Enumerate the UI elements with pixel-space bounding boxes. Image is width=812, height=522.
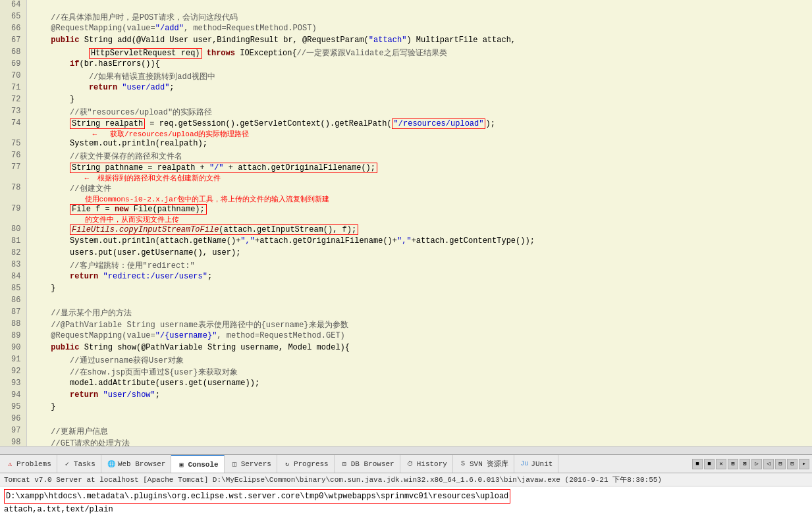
table-row: 75 System.out.println(realpath);	[0, 139, 812, 151]
table-row: 72 }	[0, 95, 812, 107]
table-row: 95 }	[0, 402, 812, 414]
line-code: users.put(user.getUsername(), user);	[26, 248, 812, 260]
line-number: 68	[0, 47, 26, 59]
line-code: @RequestMapping(value="/{username}", met…	[26, 331, 812, 343]
line-number: 94	[0, 390, 26, 402]
line-code: String pathname = realpath + "/" + attac…	[26, 163, 812, 183]
table-row: 69 if(br.hasErrors()){	[0, 59, 812, 71]
action-btn8[interactable]: ▸	[799, 459, 809, 469]
line-code: //在show.jsp页面中通过${user}来获取对象	[26, 367, 812, 378]
line-code: model.addAttribute(users.get(username));	[26, 378, 812, 390]
line-code	[26, 0, 812, 12]
table-row: 71 return "user/add";	[0, 83, 812, 95]
code-table: 64 65 //在具体添加用户时，是POST请求，会访问这段代码 66 @Req…	[0, 0, 812, 446]
line-number: 86	[0, 296, 26, 307]
table-row: 73 //获"resources/upload"的实际路径	[0, 107, 812, 118]
tab-tasks[interactable]: ✓ Tasks	[57, 455, 101, 473]
line-number: 72	[0, 95, 26, 107]
tab-webbrowser[interactable]: 🌐 Web Browser	[101, 455, 172, 473]
tab-servers[interactable]: ◫ Servers	[225, 455, 277, 473]
status-text: Tomcat v7.0 Server at localhost [Apache …	[4, 476, 662, 484]
tab-progress-label: Progress	[294, 460, 329, 468]
code-editor[interactable]: 64 65 //在具体添加用户时，是POST请求，会访问这段代码 66 @Req…	[0, 0, 812, 454]
table-row: 82 users.put(user.getUsername(), user);	[0, 248, 812, 260]
table-row: 90 public String show(@PathVariable Stri…	[0, 343, 812, 355]
table-row: 79 File f = new File(pathname); 的文件中，从而实…	[0, 204, 812, 224]
table-row: 74 String realpath = req.getSession().ge…	[0, 118, 812, 139]
line-number: 93	[0, 378, 26, 390]
line-number: 65	[0, 12, 26, 24]
action-btn1[interactable]: ✕	[716, 459, 726, 469]
table-row: 87 //显示某个用户的方法	[0, 307, 812, 319]
console-attach-info: attach,a.txt,text/plain	[4, 505, 113, 514]
line-code: //创建文件 使用commons-i0-2.x.jar包中的工具，将上传的文件的…	[26, 183, 812, 204]
line-number: 78	[0, 183, 26, 204]
line-code: FileUtils.copyInputStreamToFile(attach.g…	[26, 224, 812, 236]
line-number: 91	[0, 355, 26, 367]
line-code	[26, 414, 812, 426]
line-code: if(br.hasErrors()){	[26, 59, 812, 71]
action-btn7[interactable]: ⊡	[787, 459, 798, 469]
line-number: 75	[0, 139, 26, 151]
action-btn2[interactable]: ⊞	[728, 459, 738, 469]
line-code: return "redirect:/user/users";	[26, 272, 812, 284]
line-code: }	[26, 284, 812, 296]
line-code: //客户端跳转：使用"redirect:"	[26, 260, 812, 272]
action-btn6[interactable]: ⊟	[775, 459, 786, 469]
tab-junit[interactable]: Ju JUnit	[514, 455, 558, 473]
tab-webbrowser-label: Web Browser	[118, 460, 166, 468]
line-code: return "user/show";	[26, 390, 812, 402]
console-icon: ▣	[176, 460, 186, 469]
horizontal-scrollbar[interactable]	[0, 446, 812, 454]
table-row: 83 //客户端跳转：使用"redirect:"	[0, 260, 812, 272]
line-number: 85	[0, 284, 26, 296]
tab-bar: ⚠ Problems ✓ Tasks 🌐 Web Browser ▣ Conso…	[0, 454, 812, 473]
tab-dbbrowser[interactable]: ⊡ DB Browser	[335, 455, 400, 473]
line-number: 73	[0, 107, 26, 118]
table-row: 85 }	[0, 284, 812, 296]
line-number: 66	[0, 24, 26, 36]
table-row: 70 //如果有错误直接跳转到add视图中	[0, 71, 812, 83]
action-btn5[interactable]: ◁	[763, 459, 774, 469]
line-number: 92	[0, 367, 26, 378]
line-code: public String add(@Valid User user,Bindi…	[26, 36, 812, 47]
tab-junit-label: JUnit	[531, 460, 553, 468]
line-number: 77	[0, 163, 26, 183]
code-scroll[interactable]: 64 65 //在具体添加用户时，是POST请求，会访问这段代码 66 @Req…	[0, 0, 812, 446]
line-number: 69	[0, 59, 26, 71]
tab-history[interactable]: ⏱ History	[400, 455, 453, 473]
action-btn3[interactable]: ⊠	[740, 459, 750, 469]
line-code: String realpath = req.getSession().getSe…	[26, 118, 812, 139]
tab-servers-label: Servers	[241, 460, 271, 468]
line-code: System.out.println(attach.getName()+","+…	[26, 236, 812, 248]
line-number: 79	[0, 204, 26, 224]
line-number: 96	[0, 414, 26, 426]
line-code: //显示某个用户的方法	[26, 307, 812, 319]
line-code: return "user/add";	[26, 83, 812, 95]
tab-history-label: History	[417, 460, 447, 468]
table-row: 68 HttpServletRequest req) throws IOExce…	[0, 47, 812, 59]
table-row: 80 FileUtils.copyInputStreamToFile(attac…	[0, 224, 812, 236]
line-number: 81	[0, 236, 26, 248]
table-row: 65 //在具体添加用户时，是POST请求，会访问这段代码	[0, 12, 812, 24]
svn-icon: S	[458, 459, 468, 469]
tab-progress[interactable]: ↻ Progress	[277, 455, 335, 473]
tab-problems[interactable]: ⚠ Problems	[0, 455, 57, 473]
tab-console[interactable]: ▣ Console	[171, 455, 224, 473]
table-row: 96	[0, 414, 812, 426]
line-number: 71	[0, 83, 26, 95]
line-number: 97	[0, 426, 26, 438]
line-number: 82	[0, 248, 26, 260]
table-row: 88 //@PathVariable String username表示使用路径…	[0, 319, 812, 331]
line-number: 84	[0, 272, 26, 284]
stop-button[interactable]: ■	[692, 459, 703, 469]
stop-button2[interactable]: ■	[704, 459, 715, 469]
action-btn4[interactable]: ▷	[751, 459, 762, 469]
table-row: 93 model.addAttribute(users.get(username…	[0, 378, 812, 390]
tab-svn[interactable]: S SVN 资源库	[453, 455, 514, 473]
line-number: 76	[0, 151, 26, 163]
line-code: }	[26, 402, 812, 414]
line-code: HttpServletRequest req) throws IOExcepti…	[26, 47, 812, 59]
line-number: 88	[0, 319, 26, 331]
line-number: 95	[0, 402, 26, 414]
